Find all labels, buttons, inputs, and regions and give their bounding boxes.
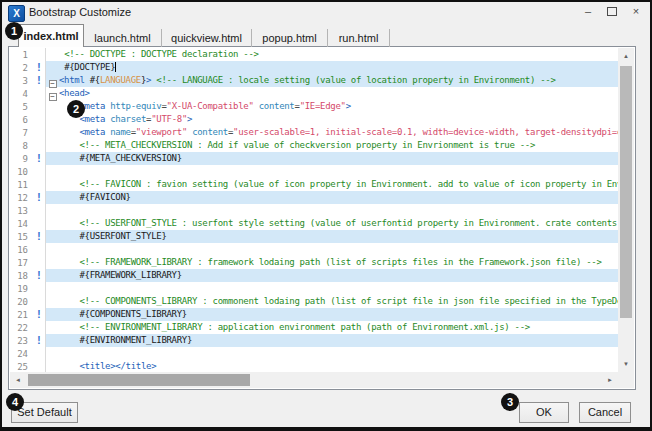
warning-marker-icon: ! [33,74,45,87]
code-lines[interactable]: 1 <!-- DOCTYPE : DOCTYPE declaration -->… [9,48,619,374]
code-text[interactable]: <meta http-equiv="X-UA-Compatible" conte… [59,100,619,113]
line-number: 7 [9,128,33,138]
fold-gutter [45,204,59,217]
code-line[interactable]: 11 <!-- FAVICON : favion setting (value … [9,178,619,191]
vertical-scrollbar[interactable]: ▲ ▼ [618,48,634,372]
code-line[interactable]: 19 [9,282,619,295]
code-text[interactable]: <html #{LANGUAGE}> <!-- LANGUAGE : local… [59,74,619,87]
text-caret [115,62,116,72]
horizontal-scroll-thumb[interactable] [28,374,250,386]
fold-gutter [45,308,59,321]
line-number: 20 [9,297,33,307]
fold-gutter [45,334,59,347]
line-number: 1 [9,50,33,60]
code-line[interactable]: 20 <!-- COMPONENTS_LIBRARY : commonent l… [9,295,619,308]
code-line[interactable]: 18! #{FRAMEWORK_LIBRARY} [9,269,619,282]
code-line[interactable]: 8 <!-- META_CHECKVERSION : Add if value … [9,139,619,152]
code-line[interactable]: 6 <meta charset="UTF-8"> [9,113,619,126]
code-editor[interactable]: 1 <!-- DOCTYPE : DOCTYPE declaration -->… [8,46,636,390]
code-line[interactable]: 4−<head> [9,87,619,100]
scroll-right-icon[interactable]: ► [602,372,618,388]
fold-gutter [45,295,59,308]
code-text[interactable]: <!-- DOCTYPE : DOCTYPE declaration --> [59,48,619,61]
code-line[interactable]: 21! #{COMPONENTS_LIBRARY} [9,308,619,321]
code-text[interactable]: #{FRAMEWORK_LIBRARY} [59,269,619,282]
line-number: 5 [9,102,33,112]
code-line[interactable]: 12! #{FAVICON} [9,191,619,204]
code-text[interactable]: <!-- FAVICON : favion setting (value of … [59,178,619,191]
code-line[interactable]: 14 <!-- USERFONT_STYLE : userfont style … [9,217,619,230]
minimize-icon: – [585,5,591,17]
tab-index-html[interactable]: index.html [18,24,84,47]
annotation-badge-3: 3 [501,393,519,411]
line-number: 21 [9,310,33,320]
tab-popup-html[interactable]: popup.html [252,29,328,47]
code-text[interactable]: #{COMPONENTS_LIBRARY} [59,308,619,321]
scrollbar-corner [618,372,634,388]
code-text[interactable]: <!-- FRAMEWORK_LIBRARY : framework lodai… [59,256,619,269]
code-text[interactable]: <head> [59,87,619,100]
code-line[interactable]: 23! #{ENVIRONMENT_LIBRARY} [9,334,619,347]
code-line[interactable]: 1 <!-- DOCTYPE : DOCTYPE declaration --> [9,48,619,61]
line-number: 12 [9,193,33,203]
fold-gutter [45,178,59,191]
code-line[interactable]: 13 [9,204,619,217]
scroll-up-icon[interactable]: ▲ [618,48,634,64]
code-line[interactable]: 9! #{META_CHECKVERSION} [9,152,619,165]
line-number: 3 [9,76,33,86]
warning-marker-icon: ! [33,230,45,243]
line-number: 19 [9,284,33,294]
cancel-button[interactable]: Cancel [579,402,631,423]
code-line[interactable]: 16 [9,243,619,256]
line-number: 23 [9,336,33,346]
line-number: 18 [9,271,33,281]
code-text[interactable]: <!-- META_CHECKVERSION : Add if value of… [59,139,619,152]
code-line[interactable]: 5 <meta http-equiv="X-UA-Compatible" con… [9,100,619,113]
code-line[interactable]: 2! #{DOCTYPE} [9,61,619,74]
fold-gutter [45,230,59,243]
line-number: 14 [9,219,33,229]
minimize-button[interactable]: – [580,3,596,19]
ok-button[interactable]: OK [519,402,569,423]
code-line[interactable]: 22 <!-- ENVIRONMENT_LIBRARY : applicatio… [9,321,619,334]
fold-gutter: − [45,87,59,100]
line-number: 9 [9,154,33,164]
code-text[interactable]: #{ENVIRONMENT_LIBRARY} [59,334,619,347]
code-line[interactable]: 3!−<html #{LANGUAGE}> <!-- LANGUAGE : lo… [9,74,619,87]
close-button[interactable]: × [628,3,644,19]
code-text[interactable]: #{FAVICON} [59,191,619,204]
fold-gutter [45,126,59,139]
code-text[interactable]: #{USERFONT_STYLE} [59,230,619,243]
code-text[interactable]: <meta charset="UTF-8"> [59,113,619,126]
title-bar[interactable]: X Bootstrap Customize – × [2,2,650,24]
warning-marker-icon: ! [33,308,45,321]
code-text[interactable]: <!-- ENVIRONMENT_LIBRARY : application e… [59,321,619,334]
code-line[interactable]: 24 [9,347,619,360]
annotation-badge-2: 2 [67,100,85,118]
code-line[interactable]: 17 <!-- FRAMEWORK_LIBRARY : framework lo… [9,256,619,269]
warning-marker-icon: ! [33,152,45,165]
horizontal-scrollbar[interactable]: ◄ ► [10,372,618,388]
vertical-scroll-thumb[interactable] [620,66,632,318]
maximize-button[interactable] [604,3,620,19]
tab-quickview-html[interactable]: quickview.html [162,29,252,47]
fold-gutter [45,282,59,295]
code-text[interactable]: <!-- COMPONENTS_LIBRARY : commonent loda… [59,295,619,308]
code-line[interactable]: 15! #{USERFONT_STYLE} [9,230,619,243]
code-text[interactable]: #{DOCTYPE} [59,61,619,74]
fold-gutter [45,321,59,334]
fold-gutter [45,113,59,126]
line-number: 2 [9,63,33,73]
code-text[interactable]: <meta name="viewport" content="user-scal… [59,126,619,139]
scroll-left-icon[interactable]: ◄ [10,372,26,388]
code-text[interactable]: <!-- USERFONT_STYLE : userfont style set… [59,217,619,230]
annotation-badge-4: 4 [6,393,24,411]
tab-launch-html[interactable]: launch.html [84,29,162,47]
warning-marker-icon: ! [33,269,45,282]
code-line[interactable]: 7 <meta name="viewport" content="user-sc… [9,126,619,139]
tab-run-html[interactable]: run.html [328,29,390,47]
scroll-down-icon[interactable]: ▼ [618,356,634,372]
code-line[interactable]: 10 [9,165,619,178]
warning-marker-icon: ! [33,191,45,204]
code-text[interactable]: #{META_CHECKVERSION} [59,152,619,165]
